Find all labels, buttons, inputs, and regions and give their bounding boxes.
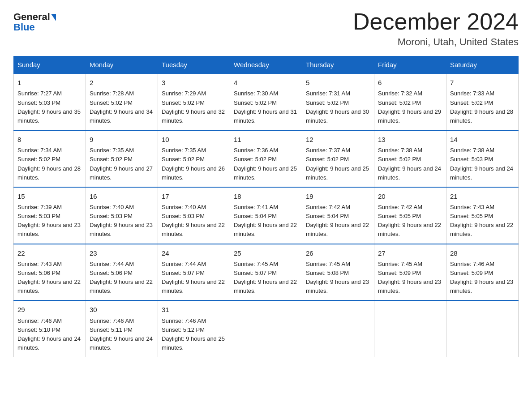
day-number: 18	[234, 191, 298, 201]
day-number: 9	[90, 134, 154, 145]
day-cell: 17Sunrise: 7:40 AMSunset: 5:03 PMDayligh…	[158, 187, 230, 244]
day-info: Sunrise: 7:35 AMSunset: 5:02 PMDaylight:…	[162, 147, 225, 180]
day-number: 7	[450, 77, 515, 88]
day-cell: 24Sunrise: 7:44 AMSunset: 5:07 PMDayligh…	[158, 244, 230, 301]
day-number: 23	[90, 248, 154, 258]
day-cell: 15Sunrise: 7:39 AMSunset: 5:03 PMDayligh…	[14, 187, 86, 244]
day-cell: 2Sunrise: 7:28 AMSunset: 5:02 PMDaylight…	[86, 73, 158, 130]
day-info: Sunrise: 7:46 AMSunset: 5:11 PMDaylight:…	[90, 317, 153, 351]
logo-general: General	[13, 12, 50, 22]
day-number: 15	[17, 191, 82, 201]
location-title: Moroni, Utah, United States	[353, 36, 519, 48]
day-cell: 21Sunrise: 7:43 AMSunset: 5:05 PMDayligh…	[446, 187, 519, 244]
week-row-3: 15Sunrise: 7:39 AMSunset: 5:03 PMDayligh…	[14, 187, 519, 244]
day-cell: 26Sunrise: 7:45 AMSunset: 5:08 PMDayligh…	[302, 244, 374, 301]
day-number: 30	[90, 304, 154, 315]
day-info: Sunrise: 7:34 AMSunset: 5:02 PMDaylight:…	[17, 147, 81, 180]
day-cell: 6Sunrise: 7:32 AMSunset: 5:02 PMDaylight…	[374, 73, 446, 130]
day-info: Sunrise: 7:32 AMSunset: 5:02 PMDaylight:…	[378, 90, 441, 124]
day-cell: 25Sunrise: 7:45 AMSunset: 5:07 PMDayligh…	[230, 244, 302, 301]
day-cell: 28Sunrise: 7:46 AMSunset: 5:09 PMDayligh…	[446, 244, 519, 301]
day-cell: 10Sunrise: 7:35 AMSunset: 5:02 PMDayligh…	[158, 130, 230, 187]
day-number: 1	[17, 77, 82, 88]
day-number: 13	[378, 134, 442, 145]
day-number: 20	[378, 191, 442, 201]
day-number: 3	[162, 77, 226, 88]
calendar-table: Sunday Monday Tuesday Wednesday Thursday…	[13, 56, 519, 357]
day-cell: 12Sunrise: 7:37 AMSunset: 5:02 PMDayligh…	[302, 130, 374, 187]
day-number: 2	[90, 77, 154, 88]
day-info: Sunrise: 7:39 AMSunset: 5:03 PMDaylight:…	[17, 204, 81, 237]
day-info: Sunrise: 7:36 AMSunset: 5:02 PMDaylight:…	[234, 147, 297, 180]
col-wednesday: Wednesday	[230, 56, 302, 74]
day-info: Sunrise: 7:38 AMSunset: 5:02 PMDaylight:…	[378, 147, 441, 180]
day-number: 26	[306, 248, 370, 258]
day-cell: 22Sunrise: 7:43 AMSunset: 5:06 PMDayligh…	[14, 244, 86, 301]
day-cell: 8Sunrise: 7:34 AMSunset: 5:02 PMDaylight…	[14, 130, 86, 187]
day-info: Sunrise: 7:45 AMSunset: 5:08 PMDaylight:…	[306, 261, 369, 294]
day-cell: 20Sunrise: 7:42 AMSunset: 5:05 PMDayligh…	[374, 187, 446, 244]
day-cell	[302, 300, 374, 357]
day-number: 17	[162, 191, 226, 201]
day-cell: 1Sunrise: 7:27 AMSunset: 5:03 PMDaylight…	[14, 73, 86, 130]
day-cell	[446, 300, 519, 357]
month-title: December 2024	[353, 9, 519, 34]
day-info: Sunrise: 7:46 AMSunset: 5:10 PMDaylight:…	[17, 317, 81, 351]
day-number: 11	[234, 134, 298, 145]
logo-triangle-icon	[51, 14, 56, 21]
day-info: Sunrise: 7:38 AMSunset: 5:03 PMDaylight:…	[450, 147, 513, 180]
logo-blue: Blue	[13, 21, 35, 33]
day-number: 27	[378, 248, 442, 258]
day-cell	[374, 300, 446, 357]
day-number: 24	[162, 248, 226, 258]
logo: General Blue	[13, 9, 56, 33]
day-info: Sunrise: 7:44 AMSunset: 5:07 PMDaylight:…	[162, 261, 225, 294]
day-info: Sunrise: 7:31 AMSunset: 5:02 PMDaylight:…	[306, 90, 369, 124]
col-sunday: Sunday	[14, 56, 86, 74]
day-info: Sunrise: 7:27 AMSunset: 5:03 PMDaylight:…	[17, 90, 81, 124]
title-block: December 2024 Moroni, Utah, United State…	[353, 9, 519, 48]
day-cell: 7Sunrise: 7:33 AMSunset: 5:02 PMDaylight…	[446, 73, 519, 130]
day-info: Sunrise: 7:35 AMSunset: 5:02 PMDaylight:…	[90, 147, 153, 180]
day-info: Sunrise: 7:28 AMSunset: 5:02 PMDaylight:…	[90, 90, 153, 124]
day-cell: 30Sunrise: 7:46 AMSunset: 5:11 PMDayligh…	[86, 300, 158, 357]
day-cell: 9Sunrise: 7:35 AMSunset: 5:02 PMDaylight…	[86, 130, 158, 187]
day-info: Sunrise: 7:42 AMSunset: 5:05 PMDaylight:…	[378, 204, 441, 237]
day-cell: 18Sunrise: 7:41 AMSunset: 5:04 PMDayligh…	[230, 187, 302, 244]
col-monday: Monday	[86, 56, 158, 74]
day-cell	[230, 300, 302, 357]
day-cell: 29Sunrise: 7:46 AMSunset: 5:10 PMDayligh…	[14, 300, 86, 357]
week-row-4: 22Sunrise: 7:43 AMSunset: 5:06 PMDayligh…	[14, 244, 519, 301]
day-cell: 19Sunrise: 7:42 AMSunset: 5:04 PMDayligh…	[302, 187, 374, 244]
day-number: 12	[306, 134, 370, 145]
col-saturday: Saturday	[446, 56, 519, 74]
day-number: 25	[234, 248, 298, 258]
day-info: Sunrise: 7:29 AMSunset: 5:02 PMDaylight:…	[162, 90, 225, 124]
day-number: 19	[306, 191, 370, 201]
day-cell: 5Sunrise: 7:31 AMSunset: 5:02 PMDaylight…	[302, 73, 374, 130]
day-info: Sunrise: 7:33 AMSunset: 5:02 PMDaylight:…	[450, 90, 513, 124]
day-number: 28	[450, 248, 515, 258]
day-number: 22	[17, 248, 82, 258]
day-number: 6	[378, 77, 442, 88]
col-thursday: Thursday	[302, 56, 374, 74]
day-cell: 16Sunrise: 7:40 AMSunset: 5:03 PMDayligh…	[86, 187, 158, 244]
day-number: 29	[17, 304, 82, 315]
day-number: 16	[90, 191, 154, 201]
day-info: Sunrise: 7:30 AMSunset: 5:02 PMDaylight:…	[234, 90, 297, 124]
day-info: Sunrise: 7:43 AMSunset: 5:05 PMDaylight:…	[450, 204, 513, 237]
day-info: Sunrise: 7:41 AMSunset: 5:04 PMDaylight:…	[234, 204, 297, 237]
day-cell: 11Sunrise: 7:36 AMSunset: 5:02 PMDayligh…	[230, 130, 302, 187]
day-cell: 3Sunrise: 7:29 AMSunset: 5:02 PMDaylight…	[158, 73, 230, 130]
day-info: Sunrise: 7:44 AMSunset: 5:06 PMDaylight:…	[90, 261, 153, 294]
day-cell: 13Sunrise: 7:38 AMSunset: 5:02 PMDayligh…	[374, 130, 446, 187]
col-tuesday: Tuesday	[158, 56, 230, 74]
page-header: General Blue December 2024 Moroni, Utah,…	[13, 9, 519, 48]
header-row: Sunday Monday Tuesday Wednesday Thursday…	[14, 56, 519, 74]
day-cell: 4Sunrise: 7:30 AMSunset: 5:02 PMDaylight…	[230, 73, 302, 130]
day-cell: 14Sunrise: 7:38 AMSunset: 5:03 PMDayligh…	[446, 130, 519, 187]
day-number: 10	[162, 134, 226, 145]
week-row-5: 29Sunrise: 7:46 AMSunset: 5:10 PMDayligh…	[14, 300, 519, 357]
day-cell: 27Sunrise: 7:45 AMSunset: 5:09 PMDayligh…	[374, 244, 446, 301]
day-cell: 31Sunrise: 7:46 AMSunset: 5:12 PMDayligh…	[158, 300, 230, 357]
